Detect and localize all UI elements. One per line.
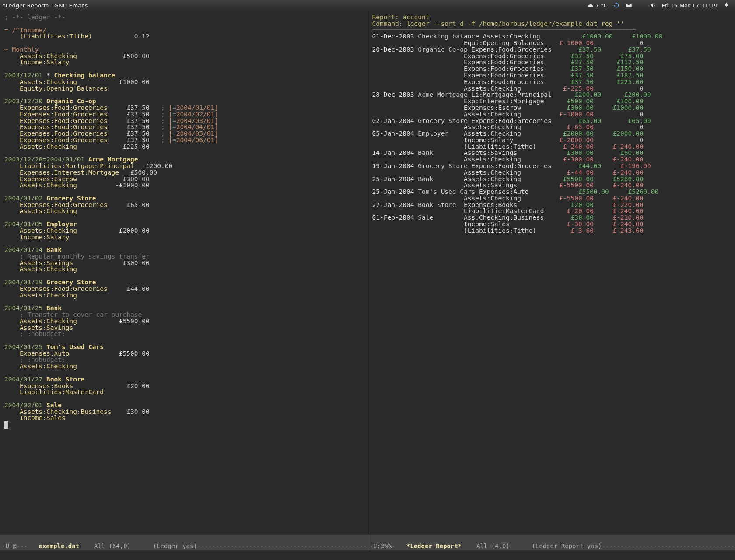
network-icon[interactable]	[637, 2, 644, 9]
weather-indicator[interactable]: 7 °C	[587, 2, 608, 9]
window-title: *Ledger Report* - GNU Emacs	[3, 2, 88, 9]
weather-text: 7 °C	[595, 2, 608, 9]
refresh-icon[interactable]	[613, 2, 620, 9]
volume-icon[interactable]	[650, 2, 657, 9]
weather-icon	[587, 2, 594, 9]
modeline-left[interactable]: -U:@--- example.dat All (64,0) (Ledger y…	[0, 535, 368, 550]
modeline-row: -U:@--- example.dat All (64,0) (Ledger y…	[0, 535, 735, 550]
minibuffer[interactable]	[0, 550, 735, 560]
mail-icon[interactable]	[625, 2, 632, 9]
power-icon[interactable]	[723, 2, 730, 9]
ledger-source-pane[interactable]: ; -*- ledger -*- = /^Income/ (Liabilitie…	[0, 10, 368, 535]
window-titlebar: *Ledger Report* - GNU Emacs 7 °C Fri 15 …	[0, 0, 735, 10]
ledger-report-pane[interactable]: Report: account Command: ledger --sort d…	[368, 10, 735, 535]
clock-text[interactable]: Fri 15 Mar 17:11:19	[662, 2, 718, 9]
modeline-right[interactable]: -U:@%%- *Ledger Report* All (4,0) (Ledge…	[368, 535, 735, 550]
